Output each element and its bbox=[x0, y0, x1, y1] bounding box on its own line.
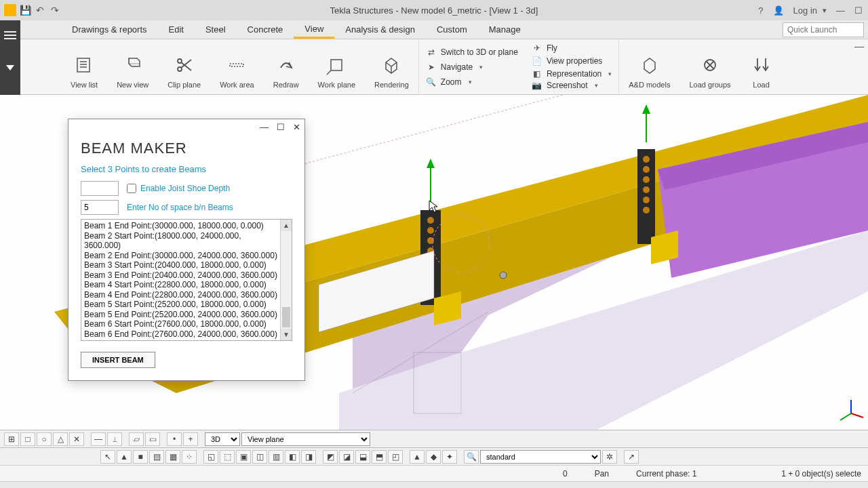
select-search-icon[interactable]: 🔍 bbox=[464, 450, 479, 464]
select-g-icon[interactable]: ◩ bbox=[323, 450, 338, 464]
scroll-down-icon[interactable]: ▼ bbox=[281, 329, 292, 340]
work-plane-button[interactable]: Work plane bbox=[309, 39, 365, 94]
new-view-icon bbox=[121, 54, 144, 77]
enable-joist-checkbox[interactable]: Enable Joist Shoe Depth bbox=[127, 184, 230, 193]
switch-3d-button[interactable]: ⇄Switch to 3D or plane bbox=[426, 45, 518, 59]
snap-plane1-icon[interactable]: ▱ bbox=[129, 432, 144, 446]
load-groups-button[interactable]: Load groups bbox=[679, 39, 740, 94]
tab-edit[interactable]: Edit bbox=[158, 20, 195, 39]
status-objects: 1 + 0 object(s) selecte bbox=[781, 469, 861, 479]
select-grid-icon[interactable]: ▦ bbox=[165, 450, 180, 464]
select-h-icon[interactable]: ◪ bbox=[339, 450, 354, 464]
ad-models-button[interactable]: A&D models bbox=[619, 39, 679, 94]
tab-steel[interactable]: Steel bbox=[195, 20, 237, 39]
redo-icon[interactable]: ↷ bbox=[49, 4, 61, 16]
quick-launch-input[interactable] bbox=[783, 22, 864, 37]
rendering-button[interactable]: Rendering bbox=[365, 39, 419, 94]
collapse-ribbon-icon[interactable]: — bbox=[854, 41, 864, 52]
select-arrow2-icon[interactable]: ↗ bbox=[624, 450, 639, 464]
svg-point-32 bbox=[643, 166, 650, 173]
select-a-icon[interactable]: ⬚ bbox=[220, 450, 235, 464]
select-j-icon[interactable]: ⬒ bbox=[372, 450, 387, 464]
select-gear-icon[interactable]: ✲ bbox=[602, 450, 617, 464]
points-list[interactable]: Beam 1 End Point:(30000.000, 18000.000, … bbox=[81, 220, 280, 340]
clip-plane-button[interactable]: Clip plane bbox=[158, 39, 210, 94]
select-c-icon[interactable]: ◫ bbox=[252, 450, 267, 464]
select-k-icon[interactable]: ◰ bbox=[388, 450, 403, 464]
tab-manage[interactable]: Manage bbox=[478, 20, 532, 39]
select-m-icon[interactable]: ◆ bbox=[426, 450, 441, 464]
select-b-icon[interactable]: ▣ bbox=[236, 450, 251, 464]
select-d-icon[interactable]: ▥ bbox=[269, 450, 283, 464]
list-scrollbar[interactable]: ▲ ▼ bbox=[280, 220, 292, 340]
login-link[interactable]: Log in bbox=[793, 5, 817, 16]
dialog-close-icon[interactable]: ✕ bbox=[293, 122, 300, 132]
select-triangle-icon[interactable]: ▲ bbox=[117, 450, 132, 464]
load-icon bbox=[750, 54, 773, 77]
select-cube-icon[interactable]: ◱ bbox=[203, 450, 218, 464]
view-properties-button[interactable]: 📄View properties bbox=[532, 55, 612, 66]
save-icon[interactable]: 💾 bbox=[19, 4, 31, 16]
help-icon[interactable]: ? bbox=[758, 5, 763, 16]
minimize-icon[interactable]: — bbox=[836, 5, 845, 16]
menu-icon[interactable] bbox=[4, 31, 16, 33]
tab-drawings[interactable]: Drawings & reports bbox=[61, 20, 158, 39]
select-box1-icon[interactable]: ▤ bbox=[149, 450, 164, 464]
snap-perp-icon[interactable]: ⟂ bbox=[107, 432, 122, 446]
select-f-icon[interactable]: ◨ bbox=[301, 450, 316, 464]
tab-analysis[interactable]: Analysis & design bbox=[334, 20, 426, 39]
fly-button[interactable]: ✈Fly bbox=[532, 42, 612, 54]
select-i-icon[interactable]: ⬓ bbox=[355, 450, 370, 464]
tab-concrete[interactable]: Concrete bbox=[237, 20, 294, 39]
snap-triangle-icon[interactable]: △ bbox=[53, 432, 68, 446]
joist-depth-input[interactable] bbox=[81, 181, 119, 196]
spaces-input[interactable] bbox=[81, 200, 119, 215]
undo-icon[interactable]: ↶ bbox=[34, 4, 46, 16]
screenshot-button[interactable]: 📷Screenshot▾ bbox=[532, 80, 612, 92]
tab-custom[interactable]: Custom bbox=[426, 20, 478, 39]
snap-plane2-icon[interactable]: ▭ bbox=[145, 432, 160, 446]
navigate-icon: ➤ bbox=[426, 62, 437, 73]
snap-crosshair-icon[interactable]: ⊞ bbox=[4, 432, 19, 446]
list-item: Beam 1 End Point:(30000.000, 18000.000, … bbox=[84, 221, 277, 231]
standard-select[interactable]: standard bbox=[480, 450, 601, 464]
snap-circle-icon[interactable]: ○ bbox=[37, 432, 52, 446]
navigate-button[interactable]: ➤Navigate▾ bbox=[426, 60, 518, 74]
taskbar-sliver bbox=[0, 481, 868, 488]
insert-beam-button[interactable]: INSERT BEAM bbox=[81, 352, 155, 368]
login-dropdown-icon[interactable]: ▾ bbox=[823, 6, 827, 15]
dialog-maximize-icon[interactable]: ☐ bbox=[277, 122, 285, 132]
tab-view[interactable]: View bbox=[294, 20, 334, 39]
properties-icon: 📄 bbox=[532, 56, 542, 66]
scroll-up-icon[interactable]: ▲ bbox=[281, 220, 292, 231]
zoom-button[interactable]: 🔍Zoom▾ bbox=[426, 75, 518, 89]
status-bar: 0 Pan Current phase: 1 1 + 0 object(s) s… bbox=[0, 465, 868, 481]
snap-plus-icon[interactable]: + bbox=[183, 432, 198, 446]
left-rail bbox=[0, 20, 20, 95]
redraw-button[interactable]: Redraw bbox=[264, 39, 309, 94]
select-square-icon[interactable]: ■ bbox=[133, 450, 148, 464]
scroll-thumb[interactable] bbox=[282, 307, 290, 327]
app-logo-icon bbox=[4, 4, 16, 16]
snap-dot-icon[interactable]: • bbox=[167, 432, 182, 446]
svg-point-34 bbox=[643, 186, 650, 193]
rail-expand-icon[interactable] bbox=[6, 65, 14, 70]
view-plane-select[interactable]: View plane bbox=[241, 432, 370, 446]
view-list-button[interactable]: View list bbox=[61, 39, 107, 94]
new-view-button[interactable]: New view bbox=[107, 39, 158, 94]
maximize-icon[interactable]: ☐ bbox=[854, 5, 863, 16]
view-3d-select[interactable]: 3D bbox=[205, 432, 240, 446]
snap-line-icon[interactable]: — bbox=[91, 432, 106, 446]
load-button[interactable]: Load bbox=[741, 39, 783, 94]
select-l-icon[interactable]: ▲ bbox=[410, 450, 425, 464]
select-dots-icon[interactable]: ⁘ bbox=[182, 450, 197, 464]
representation-button[interactable]: ◧Representation▾ bbox=[532, 68, 612, 80]
user-icon[interactable]: 👤 bbox=[773, 5, 784, 16]
select-arrow-icon[interactable]: ↖ bbox=[100, 450, 115, 464]
select-n-icon[interactable]: ✦ bbox=[442, 450, 457, 464]
snap-square-icon[interactable]: □ bbox=[20, 432, 35, 446]
snap-x-icon[interactable]: ✕ bbox=[69, 432, 84, 446]
select-e-icon[interactable]: ◧ bbox=[285, 450, 300, 464]
dialog-minimize-icon[interactable]: — bbox=[260, 122, 269, 132]
work-area-button[interactable]: Work area bbox=[210, 39, 264, 94]
